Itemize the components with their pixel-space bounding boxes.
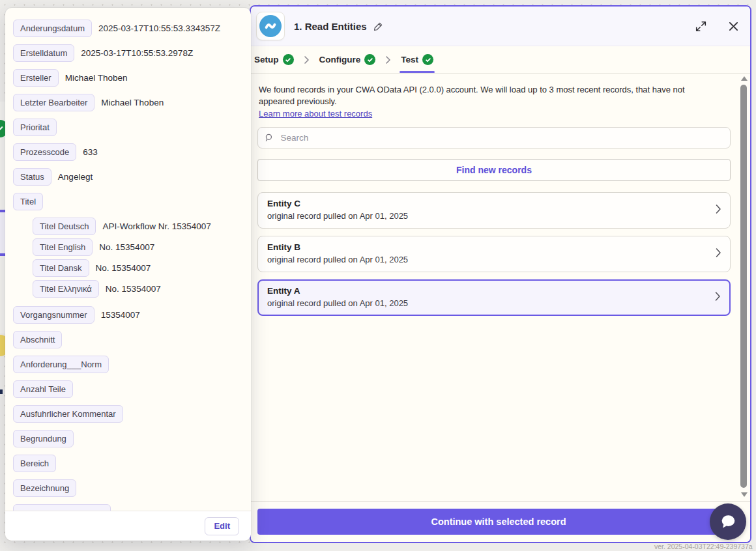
field-chip[interactable]: Abschnitt xyxy=(13,331,62,348)
field-chip[interactable]: Status xyxy=(13,168,51,186)
field-chip[interactable]: Letzter Bearbeiter xyxy=(13,94,94,111)
field-chip[interactable]: Anzahl Teile xyxy=(13,380,73,398)
chevron-right-icon xyxy=(715,292,721,304)
field-row: StatusAngelegt xyxy=(13,168,251,186)
record-search-box[interactable] xyxy=(257,127,731,148)
field-chip[interactable]: Titel Dansk xyxy=(33,259,89,277)
records-intro-text: We found records in your CWA OData API (… xyxy=(259,84,719,107)
record-meta: original record pulled on Apr 01, 2025 xyxy=(267,255,721,264)
field-chip[interactable]: Erstelldatum xyxy=(13,44,74,62)
field-chip[interactable]: Bezeichnung xyxy=(13,479,76,497)
field-row xyxy=(13,504,251,511)
field-chip[interactable]: Ausfuhrlicher Kommentar xyxy=(13,405,123,423)
field-chip[interactable]: Vorgangsnummer xyxy=(13,306,94,324)
step-footer: Continue with selected record xyxy=(251,501,750,542)
field-row: Anforderung___Norm xyxy=(13,356,251,373)
background-text-fragment xyxy=(0,389,3,394)
field-chip[interactable]: Prozesscode xyxy=(13,143,76,161)
chevron-right-icon xyxy=(716,205,721,217)
chevron-right-icon xyxy=(385,46,391,73)
field-row: Abschnitt xyxy=(13,331,251,348)
build-version-label: ver. 2025-04-03T22:49-239737a xyxy=(654,543,753,550)
test-tab-content: We found records in your CWA OData API (… xyxy=(251,74,750,501)
record-fields-popover: Anderungsdatum2025-03-17T10:55:53.334357… xyxy=(5,8,251,541)
field-value: API-Workflow Nr. 15354007 xyxy=(102,221,211,231)
field-value: No. 15354007 xyxy=(99,242,154,252)
content-scrollbar[interactable] xyxy=(740,75,748,498)
field-chip[interactable]: Ersteller xyxy=(13,69,59,87)
close-icon[interactable] xyxy=(729,21,738,31)
field-chip[interactable]: Titel Deutsch xyxy=(33,218,96,235)
chat-widget-button[interactable] xyxy=(710,503,746,540)
field-chip-clipped[interactable] xyxy=(13,504,111,511)
field-value: Angelegt xyxy=(58,172,93,182)
scroll-up-arrow[interactable] xyxy=(741,76,748,81)
field-row: Begrundung xyxy=(13,430,251,447)
field-row: Letzter BearbeiterMichael Thoben xyxy=(13,94,251,111)
chevron-right-icon xyxy=(304,46,310,73)
field-row: Titel DanskNo. 15354007 xyxy=(33,259,251,277)
tab-test-label: Test xyxy=(401,55,418,64)
scrollbar-thumb[interactable] xyxy=(740,85,747,488)
search-icon xyxy=(265,133,274,143)
tab-setup[interactable]: Setup xyxy=(253,46,295,73)
field-row: Titel DeutschAPI-Workflow Nr. 15354007 xyxy=(33,218,251,235)
configure-check-icon xyxy=(364,54,375,65)
record-meta: original record pulled on Apr 01, 2025 xyxy=(267,298,721,308)
fields-popover-footer: Edit xyxy=(5,511,251,541)
field-value: Michael Thoben xyxy=(65,73,128,83)
tab-setup-label: Setup xyxy=(254,55,279,64)
field-value: 633 xyxy=(83,147,98,157)
field-chip[interactable]: Anderungsdatum xyxy=(13,20,92,37)
field-row: ErstellerMichael Thoben xyxy=(13,69,251,87)
test-check-icon xyxy=(422,54,433,65)
step-title: 1. Read Entities xyxy=(294,21,367,32)
field-row: Anderungsdatum2025-03-17T10:55:53.334357… xyxy=(13,20,251,37)
field-row: Prioritat xyxy=(13,119,251,136)
field-value: Michael Thoben xyxy=(101,98,164,107)
tab-configure[interactable]: Configure xyxy=(318,46,377,73)
field-row: Bezeichnung xyxy=(13,479,251,497)
field-value: 2025-03-17T10:55:53.334357Z xyxy=(98,23,220,33)
find-new-records-button[interactable]: Find new records xyxy=(257,159,731,181)
step-tab-bar: Setup Configure Test xyxy=(251,46,750,74)
field-chip[interactable]: Prioritat xyxy=(13,119,57,136)
field-chip[interactable]: Titel English xyxy=(33,238,93,256)
field-row: Ausfuhrlicher Kommentar xyxy=(13,405,251,423)
continue-with-selected-record-button[interactable]: Continue with selected record xyxy=(257,509,740,535)
fields-list: Anderungsdatum2025-03-17T10:55:53.334357… xyxy=(5,8,251,511)
field-chip[interactable]: Titel xyxy=(13,193,43,210)
field-chip[interactable]: Titel Ελληνικά xyxy=(33,280,99,298)
record-card-entity-b[interactable]: Entity B original record pulled on Apr 0… xyxy=(257,236,731,272)
tab-configure-label: Configure xyxy=(319,55,361,64)
expand-icon[interactable] xyxy=(695,21,706,32)
record-name: Entity B xyxy=(267,242,721,252)
field-row: Anzahl Teile xyxy=(13,380,251,398)
record-card-entity-c[interactable]: Entity C original record pulled on Apr 0… xyxy=(257,192,731,229)
field-row: Titel xyxy=(13,193,251,210)
setup-check-icon xyxy=(283,54,294,65)
record-meta: original record pulled on Apr 01, 2025 xyxy=(267,211,721,221)
field-row: Erstelldatum2025-03-17T10:55:53.2978Z xyxy=(13,44,251,62)
field-chip[interactable]: Anforderung___Norm xyxy=(13,356,109,373)
field-row: Prozesscode633 xyxy=(13,143,251,161)
field-row: Titel EnglishNo. 15354007 xyxy=(33,238,251,256)
search-input[interactable] xyxy=(279,132,723,143)
tab-test[interactable]: Test xyxy=(400,46,435,73)
step-header: 1. Read Entities xyxy=(251,7,750,46)
edit-title-icon[interactable] xyxy=(373,21,383,31)
record-name: Entity A xyxy=(267,286,721,296)
edit-button[interactable]: Edit xyxy=(205,517,239,535)
learn-more-link[interactable]: Learn more about test records xyxy=(259,109,372,119)
record-card-entity-a-selected[interactable]: Entity A original record pulled on Apr 0… xyxy=(257,279,731,316)
field-value: 2025-03-17T10:55:53.2978Z xyxy=(81,48,193,58)
scroll-down-arrow[interactable] xyxy=(741,492,748,497)
field-value: 15354007 xyxy=(101,310,140,320)
field-value: No. 15354007 xyxy=(106,284,161,294)
field-row: Titel ΕλληνικάNo. 15354007 xyxy=(33,280,251,298)
app-logo-icon xyxy=(256,12,285,40)
record-name: Entity C xyxy=(267,199,721,208)
step-editor-panel: 1. Read Entities Setup Configure xyxy=(250,5,751,543)
field-chip[interactable]: Bereich xyxy=(13,455,56,472)
field-chip[interactable]: Begrundung xyxy=(13,430,74,447)
